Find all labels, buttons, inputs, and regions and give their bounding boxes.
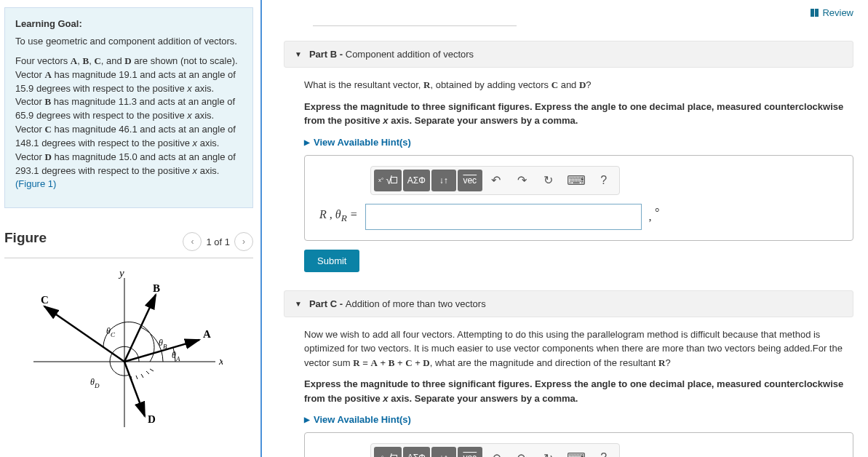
caret-down-icon: ▼ [295, 50, 302, 58]
reset-button[interactable]: ↻ [536, 170, 561, 191]
svg-line-10 [124, 362, 145, 416]
part-b-question: What is the resultant vector, R, obtaine… [304, 78, 853, 92]
equation-toolbar: x° √ ΑΣΦ ↓↑ vec ↶ ↷ ↻ ⌨ ? [370, 166, 620, 195]
undo-button[interactable]: ↶ [484, 447, 509, 457]
book-icon [811, 9, 819, 17]
pager-text: 1 of 1 [206, 237, 230, 247]
answer-unit: , ° [649, 210, 659, 223]
part-c-instructions: Express the magnitude to three significa… [304, 377, 853, 405]
divider [313, 25, 517, 26]
subscript-button[interactable]: ↓↑ [431, 170, 456, 191]
svg-text:θC: θC [106, 326, 116, 338]
part-c-header[interactable]: ▼ Part C - Addition of more than two vec… [284, 290, 853, 317]
part-b-instructions: Express the magnitude to three significa… [304, 100, 853, 128]
svg-line-6 [124, 295, 156, 362]
svg-line-16 [150, 369, 154, 371]
undo-button[interactable]: ↶ [484, 170, 509, 191]
figure-section: Figure ‹ 1 of 1 › y [4, 230, 253, 434]
part-b-header[interactable]: ▼ Part B - Component addition of vectors [284, 41, 853, 68]
templates-button[interactable]: x° √ [374, 170, 402, 191]
subscript-button[interactable]: ↓↑ [431, 447, 456, 457]
right-panel: Review ▼ Part B - Component addition of … [262, 0, 868, 457]
part-b-submit-button[interactable]: Submit [304, 250, 359, 272]
figure-title: Figure [4, 230, 47, 246]
svg-text:x: x [218, 355, 223, 367]
vector-figure: y x A B C D θA [4, 267, 223, 434]
svg-text:θA: θA [172, 350, 180, 362]
vector-button[interactable]: vec [458, 447, 482, 457]
review-link[interactable]: Review [811, 7, 853, 18]
pager-next-button[interactable]: › [234, 232, 253, 251]
svg-text:θD: θD [90, 377, 100, 389]
svg-line-18 [141, 374, 143, 378]
keyboard-button[interactable]: ⌨ [562, 447, 590, 457]
equation-toolbar-c: x° √ ΑΣΦ ↓↑ vec ↶ ↷ ↻ ⌨ ? [370, 443, 620, 457]
greek-button[interactable]: ΑΣΦ [403, 447, 430, 457]
help-button[interactable]: ? [592, 447, 616, 457]
part-c-answer-box: x° √ ΑΣΦ ↓↑ vec ↶ ↷ ↻ ⌨ ? [304, 432, 853, 457]
svg-text:θB: θB [159, 338, 167, 350]
part-c-block: ▼ Part C - Addition of more than two vec… [284, 290, 853, 458]
triangle-right-icon: ▶ [304, 138, 310, 146]
figure-pager: ‹ 1 of 1 › [183, 232, 253, 251]
keyboard-button[interactable]: ⌨ [562, 170, 590, 191]
triangle-right-icon: ▶ [304, 416, 310, 424]
help-button[interactable]: ? [592, 170, 616, 191]
part-c-question: Now we wish to add all four vectors. Att… [304, 327, 853, 370]
templates-button[interactable]: x° √ [374, 447, 402, 457]
left-panel: Learning Goal: To use geometric and comp… [0, 0, 262, 457]
caret-down-icon: ▼ [295, 300, 302, 308]
answer-label: R , θR = [319, 208, 358, 224]
problem-intro: Four vectors A, B, C, and D are shown (n… [15, 55, 242, 191]
part-b-answer-box: x° √ ΑΣΦ ↓↑ vec ↶ ↷ ↻ ⌨ ? R , θR = , ° [304, 155, 853, 241]
svg-text:D: D [148, 413, 156, 425]
svg-text:A: A [203, 328, 211, 340]
greek-button[interactable]: ΑΣΦ [403, 170, 430, 191]
learning-goal-title: Learning Goal: [15, 18, 242, 29]
vector-button[interactable]: vec [458, 170, 482, 191]
svg-text:B: B [153, 282, 160, 294]
svg-line-17 [146, 371, 149, 374]
reset-button[interactable]: ↻ [536, 447, 561, 457]
learning-goal-box: Learning Goal: To use geometric and comp… [4, 7, 253, 208]
part-b-block: ▼ Part B - Component addition of vectors… [284, 41, 853, 272]
svg-line-19 [136, 375, 138, 379]
learning-goal-text: To use geometric and component addition … [15, 35, 242, 49]
svg-text:y: y [118, 267, 124, 279]
redo-button[interactable]: ↷ [510, 447, 535, 457]
svg-text:C: C [41, 294, 49, 306]
part-b-hints-toggle[interactable]: ▶ View Available Hint(s) [304, 137, 853, 148]
redo-button[interactable]: ↷ [510, 170, 535, 191]
figure-1-link[interactable]: (Figure 1) [15, 178, 56, 189]
pager-prev-button[interactable]: ‹ [183, 232, 202, 251]
part-c-hints-toggle[interactable]: ▶ View Available Hint(s) [304, 414, 853, 425]
part-b-answer-input[interactable] [365, 204, 642, 230]
